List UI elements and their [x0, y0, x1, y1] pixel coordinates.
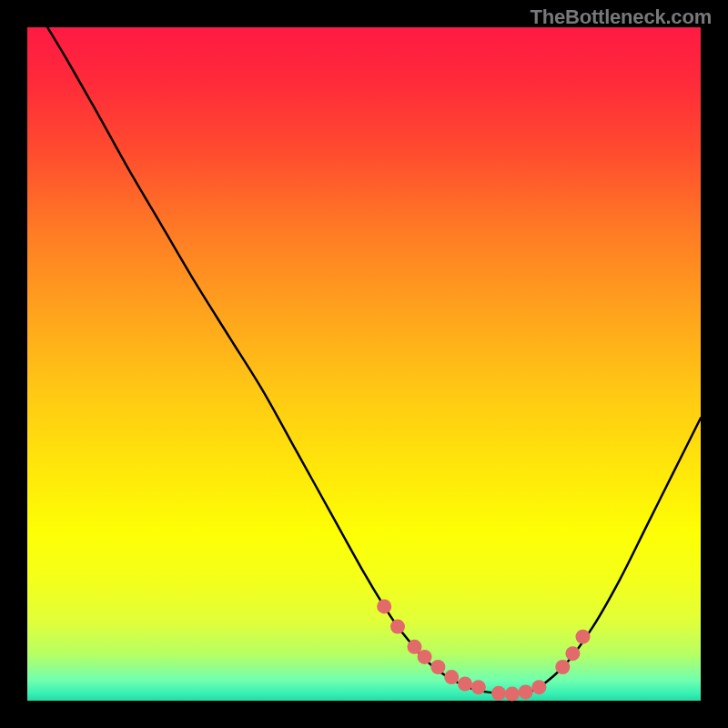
marker-dot	[458, 677, 472, 692]
marker-dot	[418, 650, 432, 664]
marker-dot	[430, 660, 445, 674]
marker-dot	[555, 660, 570, 674]
marker-dot	[390, 620, 405, 634]
marker-dot	[505, 687, 520, 702]
marker-dot	[377, 599, 391, 613]
marker-dot	[471, 680, 486, 694]
chart-container: TheBottleneck.com	[0, 0, 728, 728]
marker-dot	[576, 630, 591, 644]
chart-svg	[27, 27, 701, 701]
marker-group	[377, 599, 590, 701]
marker-dot	[519, 684, 533, 699]
plot-area	[27, 27, 701, 701]
watermark-text: TheBottleneck.com	[530, 5, 712, 29]
curve-line	[47, 27, 701, 694]
marker-dot	[444, 670, 459, 684]
marker-dot	[491, 686, 506, 701]
marker-dot	[565, 646, 580, 661]
marker-dot	[531, 680, 546, 694]
